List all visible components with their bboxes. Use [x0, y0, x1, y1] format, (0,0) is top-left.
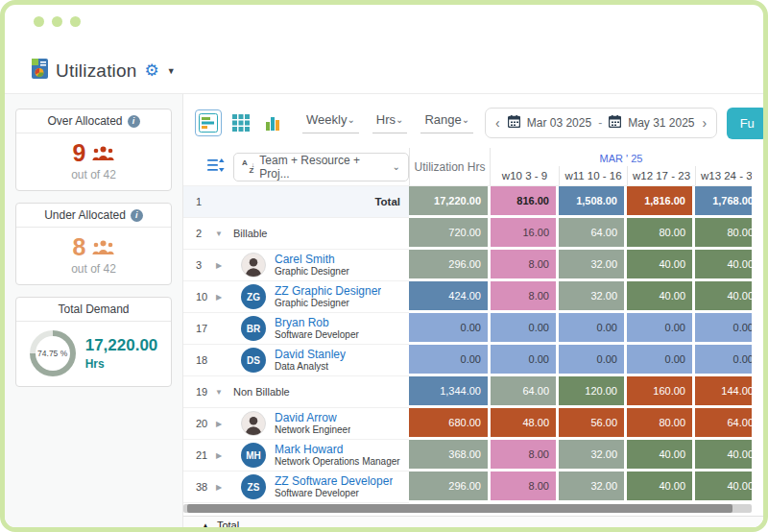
prev-period-button[interactable]: ‹ — [494, 116, 501, 130]
row-cells: 680.0048.0056.0080.0064.00 — [409, 408, 752, 440]
week-cell: 80.00 — [695, 218, 752, 247]
over-allocated-sub: out of 42 — [16, 168, 171, 181]
view-grid-icon[interactable] — [228, 109, 254, 136]
week-cell: 1,816.00 — [627, 186, 692, 215]
week-cell: 64.00 — [695, 408, 752, 437]
next-period-button[interactable]: › — [702, 116, 708, 130]
person-role: Software Developer — [275, 329, 359, 341]
week-cell: 64.00 — [559, 218, 624, 247]
chevron-down-icon: ⌄ — [396, 114, 403, 125]
week-cell: 32.00 — [559, 281, 624, 310]
unit-select[interactable]: Hrs ⌄ — [372, 112, 408, 133]
table-row: 18DSDavid StanleyData Analyst0.000.000.0… — [183, 345, 752, 376]
calendar-icon — [609, 114, 621, 132]
utilization-grid: 1Total17,220.00816.001,508.001,816.001,7… — [183, 186, 752, 503]
utilization-cell: 1,344.00 — [409, 376, 488, 405]
footer-total-label: Total — [217, 520, 239, 531]
settings-caret-icon[interactable]: ▼ — [167, 66, 176, 76]
window-control-dot — [70, 16, 81, 27]
date-from[interactable]: Mar 03 2025 — [527, 116, 591, 130]
person-name-link[interactable]: Mark Howard — [275, 443, 400, 456]
row-number: 21 — [183, 449, 208, 461]
horizontal-scrollbar[interactable] — [183, 504, 752, 513]
week-cell: 0.00 — [695, 345, 752, 374]
window-control-dot — [52, 16, 62, 27]
period-select-value: Weekly — [306, 112, 347, 127]
row-label-pane: 17BRBryan RobSoftware Developer — [183, 313, 409, 345]
row-cells: 0.000.000.000.000.00 — [409, 313, 752, 345]
expand-icon[interactable]: ▶ — [208, 451, 229, 460]
row-cells: 424.008.0032.0040.0040.00 — [409, 281, 752, 313]
collapse-icon[interactable]: ▼ — [208, 388, 229, 397]
table-row: 1Total17,220.00816.001,508.001,816.001,7… — [183, 186, 752, 218]
expand-icon[interactable]: ▶ — [208, 420, 229, 428]
window-control-dot — [34, 16, 44, 27]
date-to[interactable]: May 31 2025 — [628, 116, 694, 130]
scrollbar-thumb[interactable] — [187, 504, 732, 513]
total-footer[interactable]: ▲ Total — [183, 516, 763, 532]
utilization-cell: 680.00 — [409, 408, 488, 437]
over-allocated-count: 9 — [73, 139, 86, 167]
collapse-icon[interactable]: ▼ — [208, 230, 229, 238]
week-cell: 1,508.00 — [559, 186, 624, 215]
person-name-link[interactable]: David Arrow — [275, 411, 350, 424]
week-cell: 120.00 — [559, 376, 624, 405]
week-cell: 32.00 — [559, 440, 624, 469]
footer-collapse-icon[interactable]: ▲ — [202, 521, 209, 530]
gear-icon[interactable]: ⚙ — [145, 62, 159, 79]
week-cell: 40.00 — [695, 472, 752, 500]
week-cell: 8.00 — [491, 281, 556, 310]
calendar-icon — [508, 114, 520, 132]
view-chart-icon[interactable] — [260, 109, 287, 136]
person-name-link[interactable]: Bryan Rob — [275, 316, 359, 329]
period-select[interactable]: Weekly ⌄ — [302, 112, 359, 133]
expand-icon[interactable]: ▶ — [208, 293, 229, 302]
week-column-header: w12 17 - 23 — [627, 166, 695, 185]
utilization-cell: 720.00 — [409, 218, 488, 247]
table-row: 20▶David ArrowNetwork Engineer680.0048.0… — [183, 408, 752, 440]
avatar-initials: MH — [241, 443, 266, 468]
range-select[interactable]: Range ⌄ — [420, 112, 473, 133]
avatar-initials: ZS — [241, 474, 266, 499]
table-row: 10▶ZGZZ Graphic DesignerGraphic Designer… — [183, 281, 752, 313]
demand-donut-chart: 74.75 % — [30, 330, 76, 376]
group-label: Non Billable — [233, 386, 290, 398]
row-label-pane: 2▼Billable — [183, 218, 409, 250]
expand-icon[interactable]: ▶ — [208, 261, 229, 270]
utilization-cell: 0.00 — [409, 345, 488, 374]
table-row: 17BRBryan RobSoftware Developer0.000.000… — [183, 313, 752, 345]
person-name-link[interactable]: ZZ Software Developer — [275, 474, 393, 488]
people-group-icon — [92, 146, 114, 160]
under-allocated-count: 8 — [73, 233, 86, 261]
week-cell: 40.00 — [695, 440, 752, 469]
summary-sidebar: Over Allocated i 9 ou — [5, 94, 183, 527]
person-name-link[interactable]: Carel Smith — [275, 253, 349, 266]
week-column-header: w10 3 - 9 — [491, 166, 559, 185]
row-number: 17 — [183, 323, 208, 334]
expand-collapse-all-icon[interactable] — [207, 158, 225, 176]
person-info: ZZ Graphic DesignerGraphic Designer — [275, 284, 381, 309]
fullscreen-button[interactable]: Fu — [727, 108, 767, 139]
over-allocated-card: Over Allocated i 9 ou — [15, 109, 172, 191]
demand-unit: Hrs — [85, 357, 158, 371]
expand-icon[interactable]: ▶ — [208, 483, 229, 492]
person-info: Carel SmithGraphic Designer — [275, 253, 349, 278]
table-row: 3▶Carel SmithGraphic Designer296.008.003… — [183, 250, 752, 281]
week-column-header: w13 24 - 30 — [695, 166, 752, 185]
person-name-link[interactable]: ZZ Graphic Designer — [275, 284, 381, 298]
person-info: David StanleyData Analyst — [275, 348, 346, 373]
utilization-cell: 424.00 — [409, 281, 488, 310]
row-cells: 296.008.0032.0040.0040.00 — [409, 250, 752, 281]
person-info: Mark HowardNetwork Operations Manager — [275, 443, 400, 468]
row-number: 1 — [183, 196, 208, 207]
person-name-link[interactable]: David Stanley — [275, 348, 346, 361]
range-select-value: Range — [424, 112, 461, 127]
info-icon[interactable]: i — [128, 115, 140, 128]
week-cell: 1,768.00 — [695, 186, 752, 215]
view-utilization-icon[interactable] — [195, 109, 222, 136]
total-demand-title: Total Demand — [58, 302, 129, 316]
avatar-initials: BR — [241, 316, 266, 341]
grouping-select[interactable]: AZ↓ Team + Resource + Proj... ⌄ — [233, 153, 409, 181]
week-cell: 40.00 — [695, 281, 752, 310]
info-icon[interactable]: i — [131, 209, 143, 222]
